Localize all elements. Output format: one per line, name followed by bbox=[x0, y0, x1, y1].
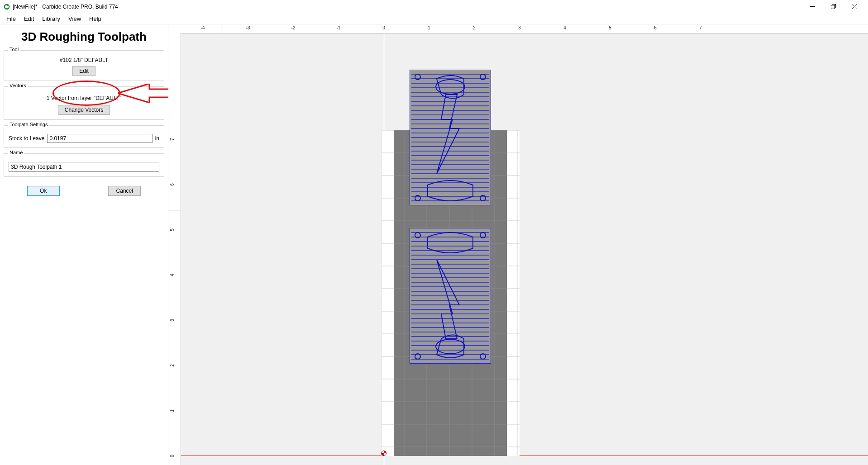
ruler-v-tick: 7 bbox=[170, 138, 175, 141]
panel-title: 3D Roughing Toolpath bbox=[3, 27, 165, 48]
ruler-v-tick: 3 bbox=[170, 319, 175, 322]
group-tool: Tool #102 1/8" DEFAULT Edit bbox=[4, 50, 164, 81]
menu-view[interactable]: View bbox=[65, 14, 85, 23]
ruler-h-tick: 0 bbox=[382, 25, 385, 30]
menu-file[interactable]: File bbox=[3, 14, 19, 23]
maximize-button[interactable] bbox=[823, 0, 844, 14]
window-title: [NewFile]* - Carbide Create PRO, Build 7… bbox=[13, 4, 802, 10]
origin-marker-icon bbox=[381, 451, 386, 456]
group-tool-legend: Tool bbox=[8, 47, 20, 52]
design-canvas[interactable] bbox=[181, 33, 868, 465]
ruler-crosshair-v bbox=[221, 24, 221, 33]
ruler-h-tick: 7 bbox=[699, 25, 702, 30]
stock-unit-label: in bbox=[155, 135, 159, 142]
zero-line-horizontal bbox=[181, 456, 868, 456]
title-bar: [NewFile]* - Carbide Create PRO, Build 7… bbox=[0, 0, 868, 14]
menu-edit[interactable]: Edit bbox=[20, 14, 38, 23]
ruler-h-tick: 3 bbox=[518, 25, 521, 30]
ruler-h-tick: 4 bbox=[563, 25, 566, 30]
group-settings-legend: Toolpath Settings bbox=[8, 122, 49, 127]
group-name-legend: Name bbox=[8, 150, 24, 155]
ruler-v-tick: 5 bbox=[170, 228, 175, 231]
svg-rect-3 bbox=[832, 5, 835, 8]
stock-to-leave-input[interactable] bbox=[47, 134, 152, 143]
minimize-icon bbox=[810, 4, 815, 9]
ruler-h-tick: -2 bbox=[291, 25, 296, 30]
close-button[interactable] bbox=[844, 0, 864, 14]
ruler-h-tick: 5 bbox=[609, 25, 611, 30]
ruler-horizontal: -4 -3 -2 -1 0 1 2 3 4 5 6 7 bbox=[181, 24, 868, 33]
ruler-h-tick: -3 bbox=[246, 25, 250, 30]
ruler-vertical: 0 1 2 3 4 5 6 7 bbox=[168, 33, 181, 465]
ruler-h-tick: 2 bbox=[473, 25, 476, 30]
menu-help[interactable]: Help bbox=[86, 14, 105, 23]
window-controls bbox=[802, 0, 864, 14]
svg-rect-2 bbox=[831, 5, 835, 9]
vectors-info: 1 Vector from layer "DEFAULT" bbox=[9, 95, 159, 101]
app-icon bbox=[4, 4, 10, 10]
minimize-button[interactable] bbox=[802, 0, 823, 14]
close-icon bbox=[852, 4, 857, 9]
group-vectors-legend: Vectors bbox=[8, 83, 28, 88]
group-vectors: Vectors 1 Vector from layer "DEFAULT" Ch… bbox=[4, 86, 164, 120]
edit-tool-button[interactable]: Edit bbox=[72, 66, 95, 76]
change-vectors-button[interactable]: Change Vectors bbox=[58, 105, 110, 115]
ruler-v-tick: 2 bbox=[170, 364, 175, 367]
ruler-h-tick: -4 bbox=[201, 25, 205, 30]
ruler-v-tick: 6 bbox=[170, 183, 175, 186]
design-viewport[interactable]: -4 -3 -2 -1 0 1 2 3 4 5 6 7 0 1 2 3 4 5 … bbox=[168, 24, 868, 465]
stock-to-leave-label: Stock to Leave bbox=[9, 135, 44, 142]
menu-library[interactable]: Library bbox=[38, 14, 64, 23]
group-name: Name bbox=[4, 153, 164, 177]
ruler-h-tick: 1 bbox=[428, 25, 430, 30]
tool-name-label: #102 1/8" DEFAULT bbox=[9, 57, 159, 63]
menu-bar: File Edit Library View Help bbox=[0, 14, 868, 24]
ruler-crosshair-h bbox=[168, 210, 181, 210]
ruler-v-tick: 0 bbox=[170, 455, 175, 457]
design-preview-top bbox=[410, 70, 491, 205]
cancel-button[interactable]: Cancel bbox=[108, 186, 141, 196]
toolpath-name-input[interactable] bbox=[9, 162, 159, 172]
design-preview-bottom bbox=[410, 228, 491, 364]
ruler-h-tick: -1 bbox=[337, 25, 341, 30]
ruler-v-tick: 1 bbox=[170, 409, 175, 412]
sidebar-panel: 3D Roughing Toolpath Tool #102 1/8" DEFA… bbox=[0, 24, 168, 465]
ruler-v-tick: 4 bbox=[170, 274, 175, 276]
ruler-h-tick: 6 bbox=[654, 25, 657, 30]
ok-button[interactable]: Ok bbox=[27, 186, 60, 196]
maximize-icon bbox=[831, 4, 836, 9]
group-toolpath-settings: Toolpath Settings Stock to Leave in bbox=[4, 125, 164, 148]
